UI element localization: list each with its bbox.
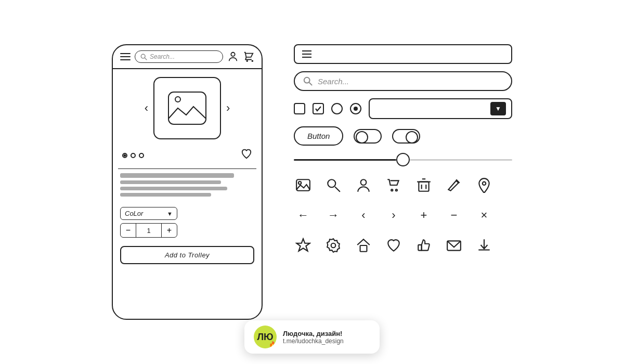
close-icon[interactable]: × (475, 206, 493, 225)
ui-components-panel: Search... ▼ Button (294, 44, 512, 257)
toggle-off[interactable] (354, 129, 382, 144)
sketch-button[interactable]: Button (294, 126, 343, 146)
qty-minus-button[interactable]: − (121, 224, 136, 237)
toggle-on[interactable] (392, 129, 420, 144)
plus-icon[interactable]: + (414, 206, 433, 225)
user-icon[interactable] (227, 51, 239, 62)
chevron-right-sym: › (392, 210, 395, 221)
pencil-icon[interactable] (445, 176, 463, 194)
slider-track-left (294, 159, 396, 161)
select-dropdown[interactable]: ▼ (369, 98, 512, 119)
svg-point-4 (252, 60, 253, 61)
toast-avatar: ЛЮ 🔥 (254, 326, 277, 348)
user-icon-panel[interactable] (354, 176, 373, 194)
icons-row-1 (294, 174, 512, 197)
cart-icon[interactable] (243, 51, 254, 62)
nav-bar-sketch (294, 44, 512, 64)
dot-3[interactable] (139, 153, 144, 158)
like-icon[interactable] (414, 236, 433, 255)
carousel-dots-row (118, 146, 256, 164)
svg-line-1 (145, 58, 147, 60)
search-sketch-icon (303, 76, 313, 86)
qty-plus-button[interactable]: + (161, 224, 177, 237)
quantity-control: − 1 + (120, 223, 177, 238)
download-icon[interactable] (475, 236, 493, 255)
svg-line-12 (335, 187, 340, 192)
svg-point-13 (361, 179, 367, 185)
toast-text-block: Людочка, дизайн! t.me/ludochka_design (283, 330, 344, 345)
dot-1[interactable] (122, 153, 127, 158)
checkbox-checked[interactable] (313, 103, 324, 114)
mail-icon[interactable] (445, 236, 463, 255)
svg-point-10 (298, 181, 301, 184)
close-sym: × (481, 210, 488, 221)
nav-hamburger-icon (302, 50, 311, 58)
carousel-section: ‹ › (118, 74, 256, 142)
radio-selected[interactable] (350, 103, 361, 114)
checkbox-unchecked[interactable] (294, 103, 305, 114)
chevron-left-icon[interactable]: ‹ (354, 206, 373, 225)
svg-point-15 (396, 189, 397, 191)
phone-wireframe: Search... ‹ (112, 44, 263, 320)
badge-icon[interactable] (324, 236, 343, 255)
main-container: Search... ‹ (101, 34, 523, 330)
misc-icons-row (294, 234, 512, 257)
phone-search-placeholder: Search... (150, 53, 175, 60)
skeleton-line-2 (120, 187, 227, 190)
search-sketch-text: Search... (318, 77, 349, 86)
svg-rect-25 (418, 245, 421, 251)
header-icons (227, 51, 254, 62)
search-icon[interactable] (324, 176, 343, 194)
color-qty-section: CoLor ▼ − 1 + (118, 205, 256, 240)
minus-icon[interactable]: − (445, 206, 463, 225)
slider-track-right (410, 159, 512, 161)
svg-line-8 (309, 83, 312, 85)
svg-rect-5 (168, 92, 206, 124)
button-toggle-row: Button (294, 126, 512, 146)
star-icon[interactable] (294, 236, 313, 255)
plus-sym: + (421, 210, 427, 221)
svg-point-7 (304, 77, 310, 83)
product-image (153, 77, 221, 139)
chevron-left-sym: ‹ (361, 210, 365, 221)
svg-point-0 (141, 54, 145, 58)
search-sketch[interactable]: Search... (294, 71, 512, 91)
image-icon[interactable] (294, 176, 313, 194)
slider-container (294, 153, 512, 166)
dot-2[interactable] (131, 153, 136, 158)
next-arrow[interactable]: › (221, 101, 235, 115)
add-to-trolley-button[interactable]: Add to Trolley (120, 246, 254, 264)
svg-point-6 (175, 97, 180, 102)
phone-body: ‹ › (113, 69, 262, 271)
hamburger-icon[interactable] (120, 53, 131, 60)
notification-toast: ЛЮ 🔥 Людочка, дизайн! t.me/ludochka_desi… (244, 320, 380, 354)
product-info (118, 168, 256, 201)
skeleton-line-1 (120, 180, 221, 184)
toast-title: Людочка, дизайн! (283, 330, 344, 337)
phone-search-bar[interactable]: Search... (135, 50, 223, 63)
arrow-right-icon[interactable]: → (324, 206, 343, 225)
svg-marker-22 (296, 239, 310, 251)
arrow-left-icon[interactable]: ← (294, 206, 313, 225)
radio-unselected[interactable] (331, 103, 343, 114)
favorite-heart[interactable] (241, 148, 252, 162)
home-icon[interactable] (354, 236, 373, 255)
location-icon[interactable] (475, 176, 493, 194)
color-chevron-icon: ▼ (167, 211, 173, 217)
prev-arrow[interactable]: ‹ (139, 101, 153, 115)
chevron-right-icon[interactable]: › (384, 206, 403, 225)
slider-thumb[interactable] (396, 153, 410, 166)
heart-icon[interactable] (384, 236, 403, 255)
cart-icon-panel[interactable] (384, 176, 403, 194)
toast-subtitle: t.me/ludochka_design (283, 337, 344, 345)
color-dropdown[interactable]: CoLor ▼ (120, 207, 177, 220)
skeleton-line-3 (120, 193, 211, 197)
chevron-down-icon: ▼ (490, 102, 506, 115)
svg-point-21 (483, 182, 486, 185)
trash-icon[interactable] (414, 176, 433, 194)
phone-header: Search... (113, 45, 262, 69)
svg-point-3 (246, 60, 248, 61)
color-dropdown-label: CoLor (125, 210, 143, 217)
arrow-left-sym: ← (297, 210, 309, 221)
minus-sym: − (451, 210, 458, 221)
